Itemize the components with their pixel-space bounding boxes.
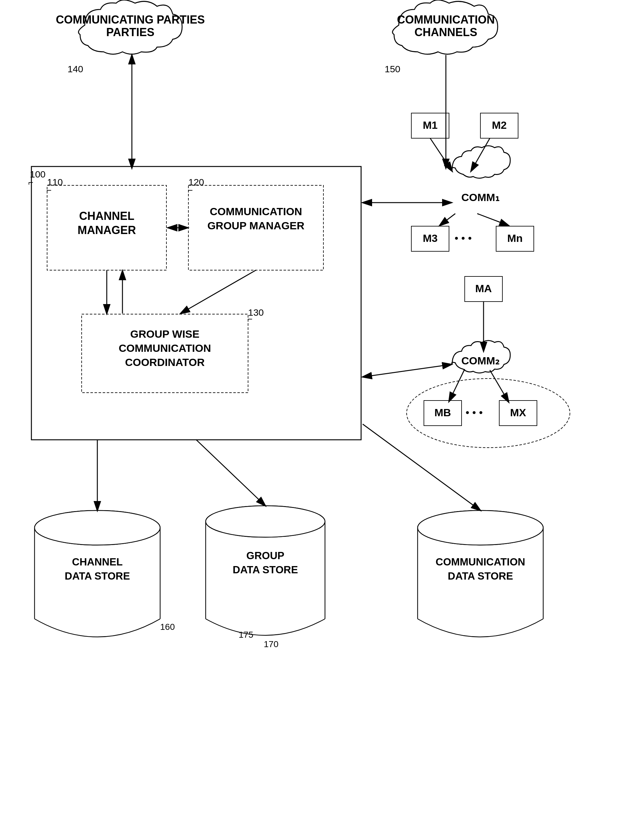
comm-channels-label2: CHANNELS bbox=[414, 26, 477, 39]
m1-comm1-arrow bbox=[430, 138, 452, 171]
m1-label: M1 bbox=[423, 119, 438, 131]
cgm-label: COMMUNICATION bbox=[210, 205, 302, 217]
diagram-svg: COMMUNICATING PARTIES PARTIES 140 COMMUN… bbox=[0, 0, 644, 829]
comm-ds-label2: DATA STORE bbox=[448, 570, 513, 582]
cds-label: CHANNEL bbox=[72, 556, 123, 567]
ma-label: MA bbox=[476, 282, 492, 294]
ref-bracket-120: ⌐ bbox=[188, 185, 193, 195]
communicating-parties-label: COMMUNICATING PARTIES bbox=[56, 13, 205, 26]
channel-manager-label2: MANAGER bbox=[77, 224, 136, 236]
dots2-label: • • • bbox=[466, 407, 483, 418]
svg-point-11 bbox=[417, 511, 543, 545]
channel-manager-label: CHANNEL bbox=[79, 210, 134, 222]
m3-label: M3 bbox=[423, 232, 438, 244]
mx-label: MX bbox=[510, 407, 526, 418]
ref-bracket-110: ⌐ bbox=[46, 185, 52, 195]
comm2-label: COMM₂ bbox=[461, 355, 499, 367]
ref-bracket-100: ⌐ bbox=[28, 178, 33, 187]
ref-bracket-130: ⌐ bbox=[247, 314, 252, 324]
communicating-parties-label2: PARTIES bbox=[106, 26, 154, 39]
gw-label: GROUP WISE bbox=[130, 328, 199, 340]
svg-point-7 bbox=[206, 506, 325, 537]
comm2-mx-arrow bbox=[490, 370, 509, 402]
cds-label2: DATA STORE bbox=[65, 570, 130, 582]
comm1-label: COMM₁ bbox=[461, 191, 499, 203]
svg-point-3 bbox=[35, 511, 160, 545]
cgm-label2: GROUP MANAGER bbox=[207, 219, 304, 232]
dots1-label: • • • bbox=[455, 232, 472, 244]
comm1-mn-arrow bbox=[477, 214, 509, 225]
comm-ds-label: COMMUNICATION bbox=[436, 556, 525, 567]
ref-175: 175 bbox=[239, 630, 254, 640]
m2-label: M2 bbox=[492, 119, 507, 131]
diagram: COMMUNICATING PARTIES PARTIES 140 COMMUN… bbox=[0, 0, 644, 829]
gw-label3: COORDINATOR bbox=[125, 356, 205, 368]
gds-label: GROUP bbox=[246, 550, 284, 561]
ref-170: 170 bbox=[264, 639, 279, 649]
comm-channels-label: COMMUNICATION bbox=[397, 13, 494, 26]
mb-label: MB bbox=[435, 407, 451, 418]
comm1-cloud bbox=[452, 146, 510, 178]
ref-160: 160 bbox=[160, 622, 175, 632]
comm2-mb-arrow bbox=[449, 369, 465, 402]
main-to-comm-ds-arrow bbox=[363, 424, 480, 511]
ref-150: 150 bbox=[385, 64, 400, 74]
comm1-m3-arrow bbox=[439, 214, 455, 225]
comm2-to-main-arrow bbox=[363, 364, 452, 377]
gw-label2: COMMUNICATION bbox=[119, 342, 211, 354]
gds-label2: DATA STORE bbox=[233, 564, 298, 575]
main-to-group-ds-arrow bbox=[196, 440, 265, 506]
mn-label: Mn bbox=[507, 232, 523, 244]
ref-140: 140 bbox=[68, 64, 83, 74]
